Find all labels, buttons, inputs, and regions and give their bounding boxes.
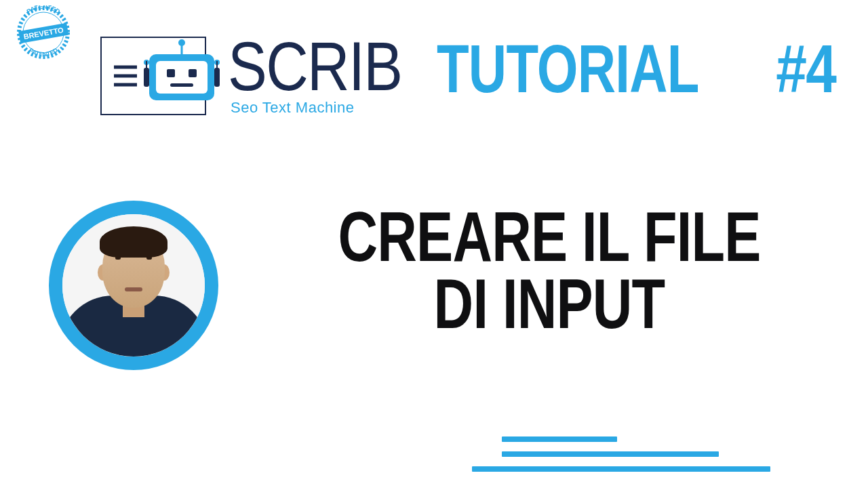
- title-line-1: CREARE IL FILE: [322, 203, 777, 270]
- patent-badge: PATENTED PATENTED BREVETTO: [9, 5, 77, 60]
- title-line-2: DI INPUT: [322, 270, 777, 338]
- slide-title: CREARE IL FILE DI INPUT: [322, 203, 777, 338]
- decorative-bars: [472, 427, 770, 472]
- logo-tagline: Seo Text Machine: [231, 99, 354, 117]
- presenter-avatar: [49, 201, 218, 370]
- scrib-logo: SCRIB Seo Text Machine: [100, 33, 419, 121]
- robot-head-icon: [149, 54, 214, 100]
- hamburger-lines-icon: [114, 66, 137, 87]
- logo-name: SCRIB: [228, 27, 401, 106]
- tutorial-number: #4: [776, 30, 835, 108]
- tutorial-label: TUTORIAL: [437, 30, 699, 108]
